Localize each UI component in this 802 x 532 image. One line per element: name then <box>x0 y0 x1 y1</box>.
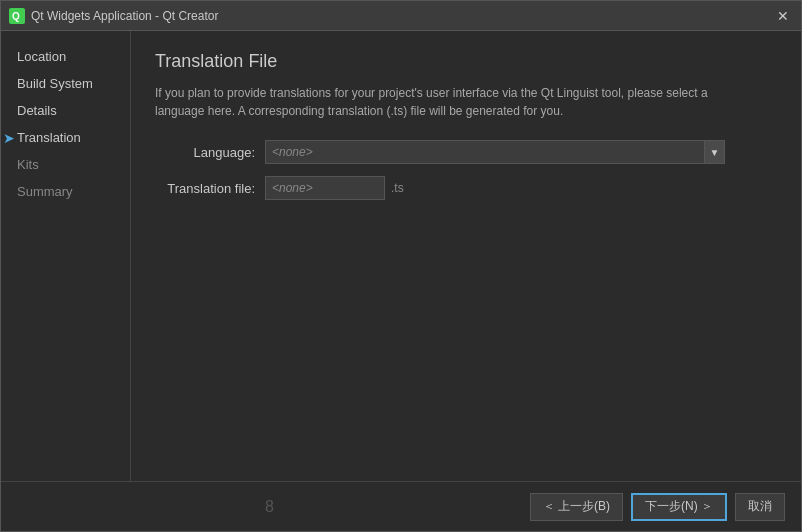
sidebar-item-summary[interactable]: Summary <box>1 178 130 205</box>
language-select-control: <none> ▼ <box>265 140 725 164</box>
sidebar-item-details[interactable]: Details <box>1 97 130 124</box>
translation-file-row: Translation file: .ts <box>155 176 777 200</box>
window-title: Qt Widgets Application - Qt Creator <box>31 9 773 23</box>
sidebar-item-kits[interactable]: Kits <box>1 151 130 178</box>
content-area: Location Build System Details ➤ Translat… <box>1 31 801 481</box>
footer: 8 ＜ 上一步(B) 下一步(N) ＞ 取消 <box>1 481 801 531</box>
sidebar-label-summary: Summary <box>17 184 73 199</box>
language-select-value: <none> <box>266 145 704 159</box>
language-dropdown-arrow[interactable]: ▼ <box>704 141 724 163</box>
sidebar-label-build-system: Build System <box>17 76 93 91</box>
language-label: Language: <box>155 145 265 160</box>
app-icon: Q <box>9 8 25 24</box>
sidebar-label-location: Location <box>17 49 66 64</box>
translation-file-input-group: .ts <box>265 176 404 200</box>
main-window: Q Qt Widgets Application - Qt Creator ✕ … <box>0 0 802 532</box>
sidebar-item-location[interactable]: Location <box>1 43 130 70</box>
next-button[interactable]: 下一步(N) ＞ <box>631 493 727 521</box>
language-select-wrapper[interactable]: <none> ▼ <box>265 140 725 164</box>
description-text: If you plan to provide translations for … <box>155 84 735 120</box>
close-button[interactable]: ✕ <box>773 6 793 26</box>
sidebar-label-translation: Translation <box>17 130 81 145</box>
sidebar-label-kits: Kits <box>17 157 39 172</box>
ts-extension-label: .ts <box>391 181 404 195</box>
current-arrow-icon: ➤ <box>3 130 15 146</box>
svg-text:Q: Q <box>12 11 20 22</box>
sidebar-label-details: Details <box>17 103 57 118</box>
sidebar: Location Build System Details ➤ Translat… <box>1 31 131 481</box>
page-number: 8 <box>265 498 274 516</box>
sidebar-item-build-system[interactable]: Build System <box>1 70 130 97</box>
language-row: Language: <none> ▼ <box>155 140 777 164</box>
footer-center: 8 <box>17 498 522 516</box>
back-button[interactable]: ＜ 上一步(B) <box>530 493 623 521</box>
titlebar: Q Qt Widgets Application - Qt Creator ✕ <box>1 1 801 31</box>
translation-file-input[interactable] <box>265 176 385 200</box>
cancel-button[interactable]: 取消 <box>735 493 785 521</box>
translation-file-label: Translation file: <box>155 181 265 196</box>
page-title: Translation File <box>155 51 777 72</box>
main-content: Translation File If you plan to provide … <box>131 31 801 481</box>
sidebar-item-translation[interactable]: ➤ Translation <box>1 124 130 151</box>
